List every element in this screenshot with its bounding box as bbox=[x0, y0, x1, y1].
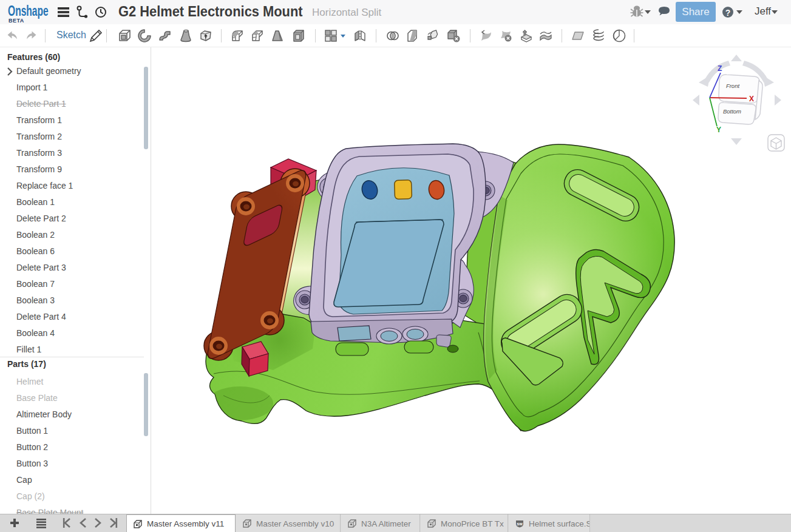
svg-text:Y: Y bbox=[716, 126, 721, 134]
svg-text:Bottom: Bottom bbox=[723, 108, 741, 115]
svg-text:Z: Z bbox=[718, 64, 722, 73]
svg-text:Front: Front bbox=[726, 82, 740, 89]
svg-text:?: ? bbox=[725, 8, 731, 18]
svg-text:X: X bbox=[749, 95, 754, 103]
svg-text:sw: sw bbox=[517, 522, 523, 526]
